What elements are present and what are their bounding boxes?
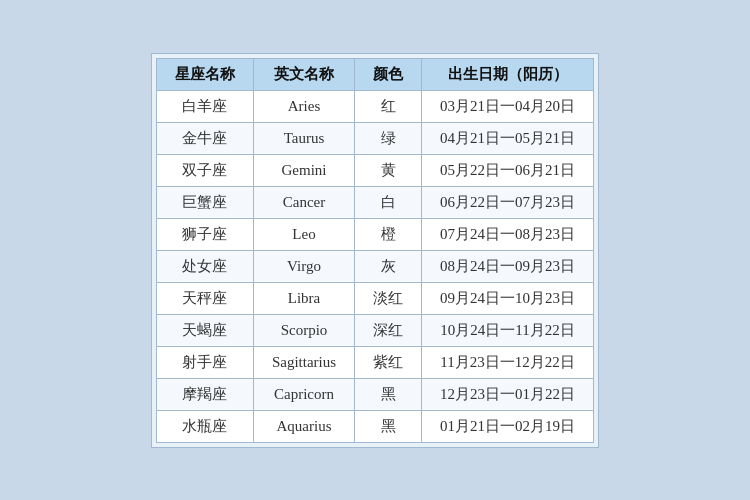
table-cell-8-1: Sagittarius [253, 346, 354, 378]
table-cell-7-1: Scorpio [253, 314, 354, 346]
table-cell-8-3: 11月23日一12月22日 [422, 346, 594, 378]
table-cell-0-2: 红 [355, 90, 422, 122]
table-cell-3-1: Cancer [253, 186, 354, 218]
table-row: 双子座Gemini黄05月22日一06月21日 [156, 154, 593, 186]
table-cell-10-3: 01月21日一02月19日 [422, 410, 594, 442]
table-cell-9-2: 黑 [355, 378, 422, 410]
table-body: 白羊座Aries红03月21日一04月20日金牛座Taurus绿04月21日一0… [156, 90, 593, 442]
table-cell-2-0: 双子座 [156, 154, 253, 186]
table-cell-8-2: 紫红 [355, 346, 422, 378]
table-cell-2-3: 05月22日一06月21日 [422, 154, 594, 186]
table-cell-10-2: 黑 [355, 410, 422, 442]
table-cell-3-2: 白 [355, 186, 422, 218]
table-cell-4-2: 橙 [355, 218, 422, 250]
table-header-row: 星座名称英文名称颜色出生日期（阳历） [156, 58, 593, 90]
table-cell-5-1: Virgo [253, 250, 354, 282]
table-cell-1-2: 绿 [355, 122, 422, 154]
table-row: 巨蟹座Cancer白06月22日一07月23日 [156, 186, 593, 218]
table-cell-3-0: 巨蟹座 [156, 186, 253, 218]
table-cell-5-0: 处女座 [156, 250, 253, 282]
table-cell-5-2: 灰 [355, 250, 422, 282]
table-cell-9-3: 12月23日一01月22日 [422, 378, 594, 410]
table-cell-1-3: 04月21日一05月21日 [422, 122, 594, 154]
table-row: 天蝎座Scorpio深红10月24日一11月22日 [156, 314, 593, 346]
table-cell-6-0: 天秤座 [156, 282, 253, 314]
table-cell-10-1: Aquarius [253, 410, 354, 442]
table-cell-10-0: 水瓶座 [156, 410, 253, 442]
table-cell-2-1: Gemini [253, 154, 354, 186]
table-cell-7-2: 深红 [355, 314, 422, 346]
table-row: 摩羯座Capricorn黑12月23日一01月22日 [156, 378, 593, 410]
table-cell-7-0: 天蝎座 [156, 314, 253, 346]
table-row: 天秤座Libra淡红09月24日一10月23日 [156, 282, 593, 314]
table-cell-4-0: 狮子座 [156, 218, 253, 250]
table-cell-6-1: Libra [253, 282, 354, 314]
table-cell-9-1: Capricorn [253, 378, 354, 410]
column-header-1: 英文名称 [253, 58, 354, 90]
table-row: 处女座Virgo灰08月24日一09月23日 [156, 250, 593, 282]
table-cell-0-0: 白羊座 [156, 90, 253, 122]
zodiac-table: 星座名称英文名称颜色出生日期（阳历） 白羊座Aries红03月21日一04月20… [156, 58, 594, 443]
table-row: 金牛座Taurus绿04月21日一05月21日 [156, 122, 593, 154]
table-cell-7-3: 10月24日一11月22日 [422, 314, 594, 346]
table-cell-0-3: 03月21日一04月20日 [422, 90, 594, 122]
table-cell-9-0: 摩羯座 [156, 378, 253, 410]
column-header-3: 出生日期（阳历） [422, 58, 594, 90]
table-cell-4-3: 07月24日一08月23日 [422, 218, 594, 250]
zodiac-table-container: 星座名称英文名称颜色出生日期（阳历） 白羊座Aries红03月21日一04月20… [151, 53, 599, 448]
table-row: 射手座Sagittarius紫红11月23日一12月22日 [156, 346, 593, 378]
table-row: 水瓶座Aquarius黑01月21日一02月19日 [156, 410, 593, 442]
table-row: 狮子座Leo橙07月24日一08月23日 [156, 218, 593, 250]
table-row: 白羊座Aries红03月21日一04月20日 [156, 90, 593, 122]
table-cell-6-3: 09月24日一10月23日 [422, 282, 594, 314]
table-cell-0-1: Aries [253, 90, 354, 122]
table-cell-3-3: 06月22日一07月23日 [422, 186, 594, 218]
table-cell-4-1: Leo [253, 218, 354, 250]
table-cell-1-0: 金牛座 [156, 122, 253, 154]
column-header-0: 星座名称 [156, 58, 253, 90]
table-cell-8-0: 射手座 [156, 346, 253, 378]
table-cell-6-2: 淡红 [355, 282, 422, 314]
table-cell-1-1: Taurus [253, 122, 354, 154]
column-header-2: 颜色 [355, 58, 422, 90]
table-cell-2-2: 黄 [355, 154, 422, 186]
table-cell-5-3: 08月24日一09月23日 [422, 250, 594, 282]
